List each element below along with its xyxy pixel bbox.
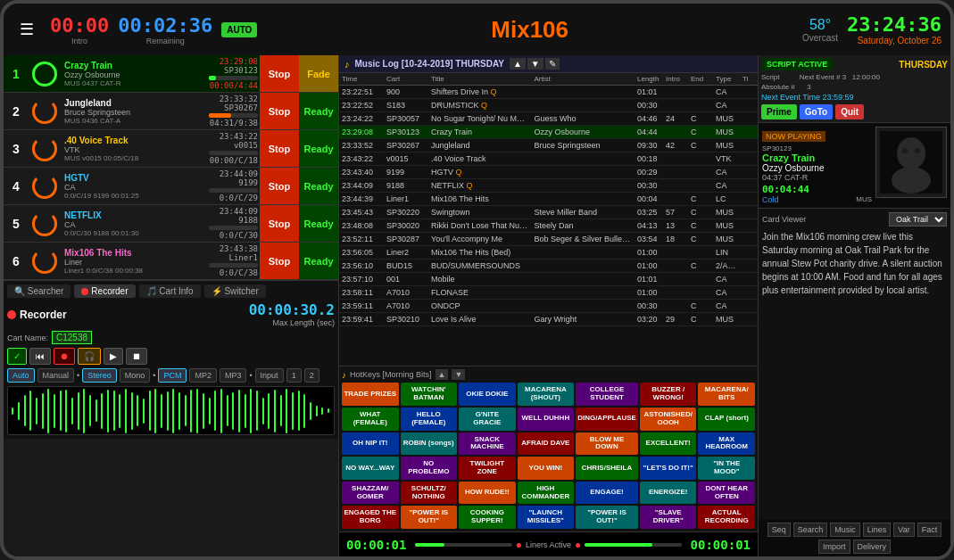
table-row[interactable]: 23:43:40 9199 HGTV Q 00:29 CA <box>339 166 758 179</box>
hotkey-button[interactable]: "LET'S DO IT!" <box>640 457 697 480</box>
hotkey-button[interactable]: CHRIS/SHEILA <box>576 457 638 480</box>
hotkey-button[interactable]: "IN THE MOOD" <box>698 457 755 480</box>
stop-button[interactable]: Stop <box>260 168 299 204</box>
stop-rec-button[interactable]: ⏹ <box>126 348 147 365</box>
hotkey-button[interactable]: HELLO (FEMALE) <box>401 408 458 431</box>
mode-stereo[interactable]: Stereo <box>82 368 117 383</box>
tab-searcher[interactable]: 🔍 Searcher <box>7 284 71 298</box>
mode-mono[interactable]: Mono <box>120 368 151 383</box>
table-row[interactable]: 23:56:05 Liner2 Mix106 The Hits (Bed) 01… <box>339 246 758 259</box>
rb-search[interactable]: Search <box>793 523 828 537</box>
goto-button[interactable]: GoTo <box>800 104 833 119</box>
hotkey-button[interactable]: ENGAGED THE BORG <box>342 506 399 529</box>
hotkey-button[interactable]: ENGAGE! <box>576 482 638 505</box>
tab-recorder[interactable]: Recorder <box>74 284 135 298</box>
stop-button[interactable]: Stop <box>260 93 299 129</box>
hotkey-button[interactable]: "POWER IS OUT!" <box>576 506 638 529</box>
hotkey-button[interactable]: G'NITE GRACIE <box>459 408 516 431</box>
table-row[interactable]: 23:43:22 v0015 .40 Voice Track 00:18 VTK <box>339 152 758 166</box>
headphone-button[interactable]: 🎧 <box>78 348 101 365</box>
ready-button[interactable]: Ready <box>299 130 338 167</box>
table-row[interactable]: 23:44:39 Liner1 Mix106 The Hits 00:04 C … <box>339 193 758 206</box>
table-row[interactable]: 23:22:52 S183 DRUMSTICK Q 00:30 CA <box>339 99 758 112</box>
card-location-select[interactable]: Oak Trail <box>889 212 947 226</box>
hotkey-button[interactable]: TWILIGHT ZONE <box>459 457 516 480</box>
nav-up[interactable]: ▲ <box>510 58 526 70</box>
table-row[interactable]: 23:24:22 SP30057 No Sugar Tonight/ Nu Mo… <box>339 112 758 126</box>
rb-var[interactable]: Var <box>893 523 914 537</box>
hotkey-button[interactable]: MAX HEADROOM <box>698 432 755 456</box>
tab-switcher[interactable]: ⚡ Switcher <box>204 284 266 298</box>
mode-2[interactable]: 2 <box>304 368 319 383</box>
stop-button[interactable]: Stop <box>260 55 299 92</box>
rb-lines[interactable]: Lines <box>863 523 892 537</box>
hotkey-button[interactable]: AFRAID DAVE <box>518 432 575 456</box>
hotkey-button[interactable]: SCHULTZ/ NOTHING <box>401 482 458 505</box>
rb-music[interactable]: Music <box>830 523 860 537</box>
check-button[interactable]: ✓ <box>7 348 27 365</box>
stop-button[interactable]: Stop <box>260 243 299 279</box>
mode-1[interactable]: 1 <box>286 368 302 383</box>
hotkey-button[interactable]: WHAT (FEMALE) <box>342 408 399 431</box>
hotkey-button[interactable]: NO PROBLEMO <box>401 457 458 480</box>
mode-input[interactable]: Input <box>255 368 284 383</box>
rb-delivery[interactable]: Delivery <box>853 539 892 554</box>
rb-seq[interactable]: Seq <box>767 523 791 537</box>
hotkey-button[interactable]: BLOW ME DOWN <box>576 432 638 456</box>
hotkey-button[interactable]: ASTONISHED/ OOOH <box>640 408 697 431</box>
hotkey-button[interactable]: "LAUNCH MISSILES" <box>518 506 575 529</box>
table-row[interactable]: 23:22:51 900 Shifters Drive In Q 01:01 C… <box>339 86 758 99</box>
nav-edit[interactable]: ✎ <box>545 58 560 70</box>
table-row[interactable]: 23:45:43 SP30220 Swingtown Steve Miller … <box>339 206 758 219</box>
hotkey-button[interactable]: OKIE DOKIE <box>459 383 516 406</box>
hotkey-button[interactable]: ENERGIZE! <box>640 482 697 505</box>
stop-button[interactable]: Stop <box>260 205 299 242</box>
hotkey-button[interactable]: WELL DUHHH <box>518 408 575 431</box>
mode-mp2[interactable]: MP2 <box>189 368 217 383</box>
ready-button[interactable]: Ready <box>299 93 338 129</box>
table-row[interactable]: 23:58:11 A7010 FLONASE 01:00 CA <box>339 286 758 300</box>
hotkey-button[interactable]: CLAP (short) <box>698 408 755 431</box>
hotkey-button[interactable]: BUZZER / WRONG! <box>640 383 697 406</box>
table-row[interactable]: 23:33:52 SP30267 Jungleland Bruce Spring… <box>339 139 758 152</box>
rb-import[interactable]: Import <box>818 539 850 554</box>
fade-button[interactable]: Fade <box>299 55 338 92</box>
play-button[interactable]: ▶ <box>104 348 123 365</box>
hotkeys-down[interactable]: ▼ <box>452 369 465 380</box>
hotkey-button[interactable]: "SLAVE DRIVER" <box>640 506 697 529</box>
rewind-button[interactable]: ⏮ <box>29 348 51 365</box>
hotkey-button[interactable]: YOU WIN! <box>518 457 575 480</box>
hotkey-button[interactable]: WATCHIN' BATMAN <box>401 383 458 406</box>
table-row[interactable]: 23:56:10 BUD15 BUD/SUMMERSOUNDS 01:00 C … <box>339 259 758 273</box>
hotkey-button[interactable]: EXCELLENT! <box>640 432 697 456</box>
hotkey-button[interactable]: TRADE PRIZES <box>342 383 399 406</box>
mode-pcm[interactable]: PCM <box>158 368 187 383</box>
nav-down[interactable]: ▼ <box>527 58 543 70</box>
table-row[interactable]: 23:59:11 A7010 ONDCP 00:30 C CA <box>339 300 758 313</box>
hotkey-button[interactable]: DONT HEAR OFTEN <box>698 482 755 505</box>
table-row[interactable]: 23:44:09 9188 NETFLIX Q 00:30 CA <box>339 179 758 193</box>
mode-mp3[interactable]: MP3 <box>220 368 247 383</box>
table-row[interactable]: 23:52:11 SP30287 You'll Accompny Me Bob … <box>339 233 758 246</box>
stop-button[interactable]: Stop <box>260 130 299 167</box>
prime-button[interactable]: Prime <box>761 104 797 119</box>
hotkeys-up[interactable]: ▲ <box>436 369 449 380</box>
hotkey-button[interactable]: ACTUAL RECORDING <box>698 506 755 529</box>
table-row[interactable]: 23:48:08 SP30020 Rikki Don't Lose That N… <box>339 219 758 233</box>
mode-auto[interactable]: Auto <box>7 368 35 383</box>
ready-button[interactable]: Ready <box>299 168 338 204</box>
hotkey-button[interactable]: NO WAY...WAY <box>342 457 399 480</box>
hotkey-button[interactable]: SNACK MACHINE <box>459 432 516 456</box>
hotkey-button[interactable]: HIGH COMMANDER <box>518 482 575 505</box>
cart-value[interactable]: C12538 <box>52 331 92 344</box>
hotkey-button[interactable]: COOKING SUPPER! <box>459 506 516 529</box>
hotkey-button[interactable]: HOW RUDE!! <box>459 482 516 505</box>
record-button[interactable]: ⏺ <box>54 348 75 365</box>
quit-button[interactable]: Quit <box>835 104 864 119</box>
hotkey-button[interactable]: OH NIP IT! <box>342 432 399 456</box>
hotkey-button[interactable]: SHAZZAM/ GOMER <box>342 482 399 505</box>
ready-button[interactable]: Ready <box>299 205 338 242</box>
hotkey-button[interactable]: DING/APPLAUSE <box>576 408 638 431</box>
hotkey-button[interactable]: MACARENA/ BITS <box>698 383 755 406</box>
table-row[interactable]: 23:57:10 001 Mobile 01:01 CA <box>339 273 758 286</box>
